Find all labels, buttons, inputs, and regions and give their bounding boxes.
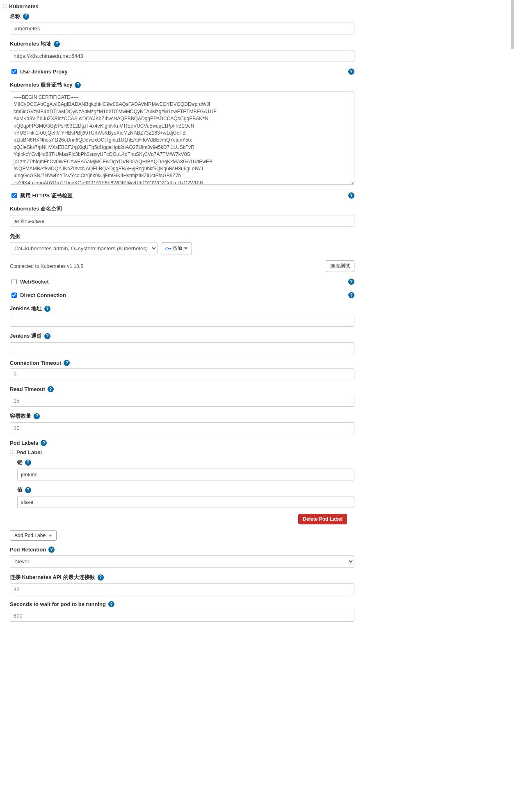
add-credentials-button[interactable]: 添加 xyxy=(161,242,192,254)
read-timeout-input[interactable] xyxy=(10,395,354,407)
pod-labels-label: Pod Labels xyxy=(10,440,38,446)
name-input[interactable] xyxy=(10,23,354,34)
connection-status: Connected to Kubernetes v1.18.5 xyxy=(10,263,83,269)
websocket-label: WebSocket xyxy=(20,279,49,285)
pod-label-header: Pod Label xyxy=(16,449,42,455)
help-icon[interactable]: ? xyxy=(44,333,50,339)
namespace-label: Kubernetes 命名空间 xyxy=(10,205,62,213)
help-icon[interactable]: ? xyxy=(34,413,40,419)
wait-pod-input[interactable] xyxy=(10,610,354,622)
disable-https-checkbox[interactable] xyxy=(11,193,17,198)
max-connections-input[interactable] xyxy=(10,583,354,595)
delete-pod-label-button[interactable]: Delete Pod Label xyxy=(298,514,347,524)
help-icon[interactable]: ? xyxy=(348,69,354,75)
key-icon xyxy=(165,246,170,251)
jenkins-tunnel-input[interactable] xyxy=(10,342,354,354)
help-icon[interactable]: ? xyxy=(54,41,60,47)
pod-retention-select[interactable]: Never xyxy=(10,555,354,568)
add-credentials-label: 添加 xyxy=(172,245,182,252)
help-icon[interactable]: ? xyxy=(98,574,104,581)
jenkins-url-label: Jenkins 地址 xyxy=(10,305,42,312)
read-timeout-label: Read Timeout xyxy=(10,386,45,392)
connection-timeout-label: Connection Timeout xyxy=(10,360,61,366)
help-icon[interactable]: ? xyxy=(348,192,354,199)
help-icon[interactable]: ? xyxy=(48,386,54,392)
wait-pod-label: Seconds to wait for pod to be running xyxy=(10,601,106,607)
chevron-down-icon xyxy=(184,247,187,249)
pod-label-value-input[interactable] xyxy=(17,496,354,508)
k8s-url-input[interactable] xyxy=(10,50,354,62)
help-icon[interactable]: ? xyxy=(348,292,354,298)
add-pod-label-text: Add Pod Label xyxy=(14,533,47,538)
help-icon[interactable]: ? xyxy=(108,601,114,607)
drag-handle-icon[interactable] xyxy=(2,4,7,9)
jenkins-tunnel-label: Jenkins 通道 xyxy=(10,332,42,340)
help-icon[interactable]: ? xyxy=(23,14,29,20)
cert-textarea[interactable] xyxy=(10,91,354,185)
name-label: 名称 xyxy=(10,13,21,20)
chevron-down-icon xyxy=(49,535,52,537)
section-title: Kubernetes xyxy=(9,3,39,9)
jenkins-url-input[interactable] xyxy=(10,315,354,327)
add-pod-label-button[interactable]: Add Pod Label xyxy=(10,530,57,541)
pod-label-key-input[interactable] xyxy=(17,469,354,480)
credentials-label: 凭据 xyxy=(10,233,21,240)
help-icon[interactable]: ? xyxy=(48,547,55,553)
help-icon[interactable]: ? xyxy=(75,82,81,88)
use-proxy-checkbox[interactable] xyxy=(11,69,17,74)
help-icon[interactable]: ? xyxy=(41,440,47,446)
scrollbar-thumb[interactable] xyxy=(511,0,514,49)
direct-connection-label: Direct Connection xyxy=(20,292,66,298)
help-icon[interactable]: ? xyxy=(348,279,354,285)
credentials-select[interactable]: CN=kubernetes-admin, O=system:masters (K… xyxy=(10,242,158,254)
section-header: Kubernetes xyxy=(2,3,354,9)
container-cap-label: 容器数量 xyxy=(10,412,31,420)
help-icon[interactable]: ? xyxy=(44,306,50,312)
test-connection-button[interactable]: 连接测试 xyxy=(326,260,354,272)
use-proxy-label: Use Jenkins Proxy xyxy=(20,69,68,75)
direct-connection-checkbox[interactable] xyxy=(11,293,17,298)
namespace-input[interactable] xyxy=(10,215,354,227)
help-icon[interactable]: ? xyxy=(64,360,70,366)
connection-timeout-input[interactable] xyxy=(10,368,354,380)
pod-retention-label: Pod Retention xyxy=(10,547,46,553)
max-connections-label: 连接 Kubernetes API 的最大连接数 xyxy=(10,574,95,581)
container-cap-input[interactable] xyxy=(10,422,354,434)
drag-handle-icon[interactable] xyxy=(10,450,14,455)
help-icon[interactable]: ? xyxy=(25,487,31,493)
cert-label: Kubernetes 服务证书 key xyxy=(10,81,72,89)
key-label: 键 xyxy=(17,459,23,466)
pod-label-header-row: Pod Label xyxy=(10,449,354,455)
help-icon[interactable]: ? xyxy=(25,460,31,466)
k8s-url-label: Kubernetes 地址 xyxy=(10,40,51,48)
disable-https-label: 禁用 HTTPS 证书检查 xyxy=(20,192,73,199)
value-label: 值 xyxy=(17,486,23,494)
websocket-checkbox[interactable] xyxy=(11,279,17,284)
